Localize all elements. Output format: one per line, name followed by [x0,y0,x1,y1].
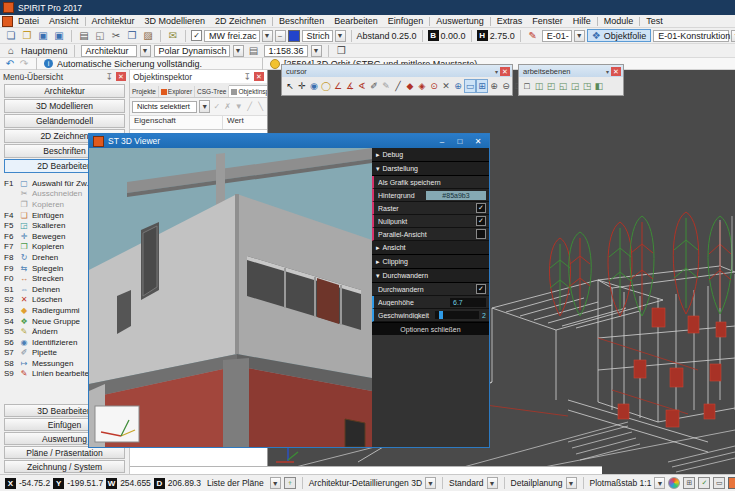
b-value[interactable]: 0.00.0 [441,31,466,41]
copy-view-icon[interactable]: ◱ [93,29,107,42]
new-file-icon[interactable]: ❏ [4,29,18,42]
tab-objektinspektor[interactable]: Objektinspektor [229,85,267,97]
walk-checkbox[interactable]: ✓ [476,284,486,294]
menu-hilfe[interactable]: Hilfe [568,16,596,26]
layout-check-icon[interactable]: ✓ [698,477,710,489]
snap-magnet-icon[interactable]: ◆ [404,79,416,93]
open-folder-icon[interactable]: ❐ [20,29,34,42]
plane-cube-1-icon[interactable]: ◫ [533,79,545,93]
viewer-minimize-button[interactable]: – [435,137,449,146]
viewer-title-bar[interactable]: ST 3D Viewer – □ ✕ [89,134,489,148]
print-icon[interactable]: ▤ [77,29,91,42]
layout-icon[interactable]: ▭ [713,477,725,489]
select-arrow-icon[interactable]: ↖ [284,79,296,93]
line-icon[interactable]: ╱ [392,79,404,93]
inspector-close-icon[interactable]: ✕ [254,72,264,81]
viewer-3d-view[interactable] [89,148,372,447]
cut-icon[interactable]: ✂ [109,29,123,42]
workplanes-toolbar-close-icon[interactable]: ✕ [611,67,621,76]
sidebar-item-zeichnung-system[interactable]: Zeichnung / System [4,460,125,473]
standard-dropdown-arrow[interactable]: ▼ [487,477,498,489]
tab-explorer[interactable]: Explorer [159,86,195,97]
menu-auswertung[interactable]: Auswertung [431,16,489,26]
h-value[interactable]: 2.75.0 [490,31,515,41]
snap-point-icon[interactable]: ◈ [416,79,428,93]
palette-icon[interactable]: ◯ [320,79,332,93]
pan-icon[interactable]: ✛ [296,79,308,93]
raster-checkbox[interactable]: ✓ [476,203,486,213]
menu-module[interactable]: Module [599,16,639,26]
color-wheel-icon[interactable] [668,477,680,489]
paste-icon[interactable]: ▨ [141,29,155,42]
section-clipping[interactable]: ▸ Clipping [372,255,489,269]
planning-dropdown[interactable]: Detailplanung [511,478,563,488]
redo-icon[interactable]: ↷ [19,57,29,70]
pen-color-swatch[interactable] [288,30,300,42]
y-coord-value[interactable]: -199.51.7 [67,478,103,488]
line-style-dropdown-arrow[interactable]: ▼ [335,30,346,42]
eye-height-field[interactable]: 6.7 [450,298,486,307]
plane-frame-icon[interactable]: □ [521,79,533,93]
section-debug[interactable]: ▸ Debug [372,148,489,162]
zac-checkbox[interactable]: ✓ [191,30,202,41]
x-coord-value[interactable]: -54.75.2 [19,478,50,488]
detail-dropdown[interactable]: Architektur-Detaillierungen 3D [309,478,422,488]
plane-cube-4-icon[interactable]: ◲ [569,79,581,93]
workplanes-toolbar-caption[interactable]: arbeitsebenen ▾ ✕ [519,65,623,77]
window-layout-icon[interactable]: ❒ [335,44,349,57]
zoom-window-icon[interactable]: ▭ [464,79,476,93]
section-durchwandern[interactable]: ▾ Durchwandern [372,269,489,283]
sidebar-item-gelaendemodell[interactable]: Geländemodell [4,114,125,128]
scale-dropdown-arrow[interactable]: ▼ [311,45,322,57]
measure-icon[interactable]: ⊕ [452,79,464,93]
orbit-icon[interactable]: ◉ [308,79,320,93]
menu-extras[interactable]: Extras [492,16,528,26]
sidebar-item-architektur[interactable]: Architektur [4,84,125,98]
zoom-in-icon[interactable]: ⊕ [488,79,500,93]
objektfolie-toggle[interactable]: ❖ Objektfolie [587,29,652,42]
menu-architektur[interactable]: Architektur [87,16,140,26]
save-icon[interactable]: ▣ [36,29,50,42]
plot-scale-dropdown[interactable]: Plotmaßstab 1:1 [590,478,652,488]
zac-file-field[interactable]: MW frei.zac [204,30,260,42]
snap-dropdown[interactable]: Polar Dynamisch [154,45,230,57]
zac-detach-button[interactable]: – [275,30,286,42]
pipette-alt-icon[interactable]: ✎ [380,79,392,93]
zoom-region-icon[interactable]: ⊞ [476,79,488,93]
background-color-field[interactable]: #85a9b3 [426,191,486,200]
cursor-toolbar-close-icon[interactable]: ✕ [500,67,510,76]
export-icon[interactable]: ✉ [166,29,180,42]
workplanes-toolbar-menu-icon[interactable]: ▾ [606,68,609,75]
nullpunkt-checkbox[interactable]: ✓ [476,216,486,226]
discard-icon[interactable]: ✗ [223,102,232,111]
plane-cube-2-icon[interactable]: ◰ [545,79,557,93]
grid-view-icon[interactable]: ⊞ [683,477,695,489]
menu-bearbeiten[interactable]: Bearbeiten [329,16,383,26]
save-graphic-button[interactable]: Als Grafik speichern [372,176,489,189]
scale-dropdown[interactable]: 1:158.36 [264,45,308,57]
angle-icon[interactable]: ∠ [332,79,344,93]
command-line[interactable] [130,466,602,474]
section-ansicht[interactable]: ▸ Ansicht [372,241,489,255]
active-color-swatch[interactable] [728,477,735,489]
viewer-close-button[interactable]: ✕ [471,137,485,146]
selection-dropdown-arrow[interactable]: ▼ [199,100,210,113]
menu-datei[interactable]: Datei [13,16,44,26]
tab-csg-tree[interactable]: CSG-Tree [195,86,229,97]
copy-icon[interactable]: ❐ [125,29,139,42]
plot-scale-dropdown-arrow[interactable]: ▼ [654,477,665,489]
edit-property-icon[interactable]: ╱ [245,102,254,111]
layer-dropdown-arrow[interactable]: ▼ [574,30,585,42]
app-menu-icon[interactable] [2,16,13,27]
cursor-toolbar-caption[interactable]: cursor ▾ ✕ [282,65,512,77]
d-coord-value[interactable]: 206.89.3 [168,478,201,488]
standard-dropdown[interactable]: Standard [449,478,484,488]
planning-dropdown-arrow[interactable]: ▼ [566,477,577,489]
menu-2d-zeichnen[interactable]: 2D Zeichnen [210,16,271,26]
tab-projekte[interactable]: Projekte [130,86,159,97]
layer-field[interactable]: E-01- [542,30,572,42]
menu-fenster[interactable]: Fenster [527,16,568,26]
hauptmenu-button[interactable]: Hauptmenü [21,46,68,56]
plan-list-dropdown-arrow[interactable]: ▼ [270,477,281,489]
detail-dropdown-arrow[interactable]: ▼ [425,477,436,489]
